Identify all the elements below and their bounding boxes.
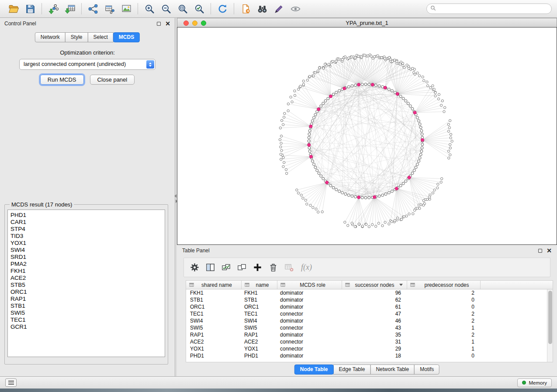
cell-shared_name[interactable]: RAP1 — [186, 332, 242, 338]
column-header-shared-name[interactable]: shared name — [186, 281, 242, 289]
tab-style[interactable]: Style — [65, 32, 88, 42]
cell-name[interactable]: ORC1 — [242, 304, 277, 310]
cell-successors[interactable]: 31 — [342, 339, 407, 345]
status-menu-button[interactable] — [5, 378, 17, 387]
close-panel-button[interactable]: Close panel — [90, 75, 135, 85]
cell-successors[interactable]: 61 — [342, 304, 407, 310]
cell-role[interactable]: connector — [277, 325, 342, 331]
table-row[interactable]: PHD1PHD1dominator180 — [186, 352, 553, 359]
document-share-button[interactable] — [237, 2, 254, 16]
cell-predecessors[interactable]: 0 — [407, 304, 481, 310]
refresh-button[interactable] — [214, 2, 231, 16]
cell-predecessors[interactable]: 1 — [407, 346, 481, 352]
tab-mcds[interactable]: MCDS — [113, 32, 140, 42]
network-table-button[interactable] — [101, 2, 118, 16]
mcds-result-item[interactable]: GCR1 — [10, 323, 165, 330]
close-table-panel-icon[interactable]: ✕ — [547, 248, 552, 253]
cell-shared_name[interactable]: ACE2 — [186, 339, 242, 345]
import-network-button[interactable] — [45, 2, 62, 16]
cell-shared_name[interactable]: STB1 — [186, 297, 242, 303]
cell-predecessors[interactable]: 2 — [407, 311, 481, 317]
cell-name[interactable]: TEC1 — [242, 311, 277, 317]
cell-predecessors[interactable]: 1 — [407, 325, 481, 331]
minimize-window-button[interactable] — [192, 21, 197, 26]
mcds-result-item[interactable]: TID3 — [10, 233, 165, 240]
cell-successors[interactable]: 47 — [342, 311, 407, 317]
cell-role[interactable]: dominator — [277, 318, 342, 324]
float-table-window-icon[interactable] — [538, 249, 542, 253]
cell-predecessors[interactable]: 2 — [407, 290, 481, 296]
search-input[interactable] — [438, 6, 548, 12]
table-row[interactable]: ACE2ACE2connector311 — [186, 338, 553, 345]
cell-predecessors[interactable]: 1 — [407, 339, 481, 345]
mcds-result-item[interactable]: RAP1 — [10, 296, 165, 303]
cell-successors[interactable]: 46 — [342, 318, 407, 324]
cell-successors[interactable]: 18 — [342, 353, 407, 359]
cell-name[interactable]: STB1 — [242, 297, 277, 303]
cell-role[interactable]: dominator — [277, 290, 342, 296]
mcds-result-item[interactable]: PMA2 — [10, 261, 165, 268]
mcds-result-list[interactable]: PHD1CAR1STP4TID3YOX1SWI4SRD1PMA2FKH1ACE2… — [7, 210, 165, 357]
cell-predecessors[interactable]: 0 — [407, 353, 481, 359]
cell-role[interactable]: connector — [277, 346, 342, 352]
settings-button[interactable] — [187, 260, 202, 275]
cell-role[interactable]: dominator — [277, 353, 342, 359]
mcds-result-item[interactable]: SRD1 — [10, 254, 165, 261]
mcds-result-item[interactable]: ACE2 — [10, 275, 165, 282]
mcds-result-item[interactable]: YOX1 — [10, 240, 165, 247]
mcds-result-item[interactable]: TEC1 — [10, 316, 165, 323]
table-row[interactable]: FKH1FKH1dominator962 — [186, 289, 553, 296]
cell-shared_name[interactable]: ORC1 — [186, 304, 242, 310]
columns-button[interactable] — [202, 260, 218, 275]
cell-role[interactable]: connector — [277, 311, 342, 317]
network-graph[interactable] — [177, 28, 557, 244]
table-row[interactable]: SWI5SWI5connector431 — [186, 324, 553, 331]
collapse-left-icon[interactable] — [174, 194, 176, 198]
criterion-dropdown[interactable]: largest connected component (undirected) — [19, 59, 156, 70]
table-row[interactable]: RAP1RAP1dominator352 — [186, 331, 553, 338]
table-row[interactable]: YOX1YOX1connector291 — [186, 345, 553, 352]
deselect-all-button[interactable] — [234, 260, 249, 275]
cell-role[interactable]: connector — [277, 339, 342, 345]
marker-button[interactable] — [270, 2, 287, 16]
cell-name[interactable]: RAP1 — [242, 332, 277, 338]
cell-successors[interactable]: 43 — [342, 325, 407, 331]
tab-select[interactable]: Select — [88, 32, 114, 42]
close-panel-icon[interactable]: ✕ — [165, 21, 170, 26]
cell-shared_name[interactable]: SWI5 — [186, 325, 242, 331]
cell-role[interactable]: dominator — [277, 332, 342, 338]
close-window-button[interactable] — [183, 21, 189, 26]
tab-edge-table[interactable]: Edge Table — [333, 364, 371, 375]
mcds-result-item[interactable]: ORC1 — [10, 289, 165, 296]
cell-name[interactable]: YOX1 — [242, 346, 277, 352]
cell-name[interactable]: ACE2 — [242, 339, 277, 345]
mcds-result-item[interactable]: STP4 — [10, 226, 165, 233]
mcds-result-item[interactable]: SWI5 — [10, 309, 165, 316]
cell-name[interactable]: SWI4 — [242, 318, 277, 324]
network-canvas[interactable] — [177, 27, 557, 245]
cell-role[interactable]: dominator — [277, 304, 342, 310]
cell-role[interactable]: dominator — [277, 297, 342, 303]
memory-button[interactable]: Memory — [517, 378, 552, 387]
column-header-MCDS-role[interactable]: MCDS role — [277, 281, 342, 289]
scrollbar-thumb[interactable] — [548, 291, 552, 344]
export-image-button[interactable] — [118, 2, 135, 16]
column-header-successor-nodes[interactable]: successor nodes — [342, 281, 407, 289]
tab-node-table[interactable]: Node Table — [294, 364, 334, 375]
cell-successors[interactable]: 29 — [342, 346, 407, 352]
zoom-window-button[interactable] — [201, 21, 206, 26]
cell-name[interactable]: FKH1 — [242, 290, 277, 296]
mcds-result-item[interactable]: SWI4 — [10, 247, 165, 254]
mcds-result-item[interactable]: STB5 — [10, 282, 165, 289]
table-row[interactable]: ORC1ORC1dominator610 — [186, 303, 553, 310]
zoom-fit-button[interactable] — [174, 2, 191, 16]
cell-name[interactable]: SWI5 — [242, 325, 277, 331]
cell-shared_name[interactable]: FKH1 — [186, 290, 242, 296]
mcds-result-item[interactable]: FKH1 — [10, 268, 165, 275]
cell-shared_name[interactable]: SWI4 — [186, 318, 242, 324]
tab-network[interactable]: Network — [35, 32, 66, 42]
new-network-button[interactable] — [85, 2, 101, 16]
mcds-result-item[interactable]: CAR1 — [10, 219, 165, 226]
column-header-name[interactable]: name — [242, 281, 277, 289]
cell-shared_name[interactable]: YOX1 — [186, 346, 242, 352]
